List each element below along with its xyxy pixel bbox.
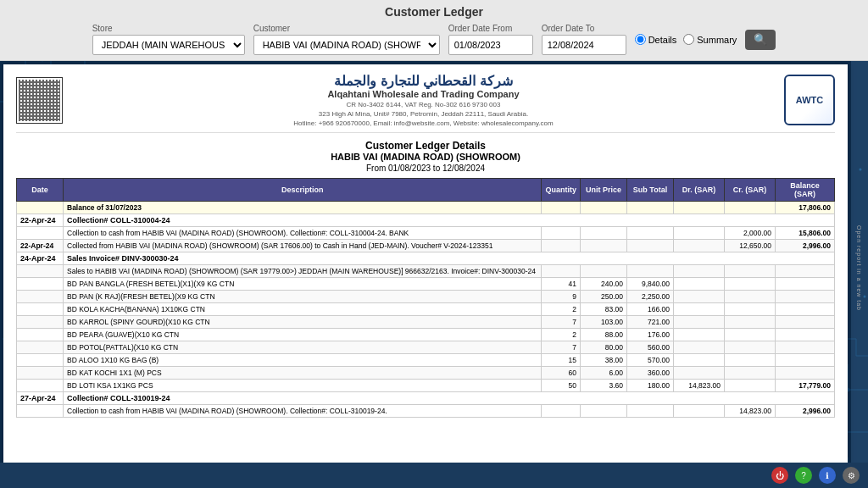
details-radio[interactable] [635, 34, 646, 45]
customer-select[interactable]: HABIB VAI (MADINA ROAD) (SHOWROOM) [253, 35, 440, 55]
info-icon[interactable]: ℹ [819, 467, 836, 484]
col-bal: Balance (SAR) [776, 179, 835, 202]
row-desc: Collection# COLL-310004-24 [64, 214, 835, 227]
table-row: BD PAN BANGLA (FRESH BETEL)(X1)(X9 KG CT… [17, 278, 835, 291]
order-date-to-input[interactable] [542, 35, 626, 55]
order-date-from-label: Order Date From [448, 24, 533, 33]
company-address: 323 High Al Mina, Unit# 7980, Petromin, … [71, 110, 776, 118]
document-area[interactable]: شركة القحطاني للتجارة والجملة Alqahtani … [3, 64, 848, 471]
report-customer: HABIB VAI (MADINA ROAD) (SHOWROOM) [16, 152, 835, 162]
company-header: شركة القحطاني للتجارة والجملة Alqahtani … [16, 73, 835, 133]
report-title-section: Customer Ledger Details HABIB VAI (MADIN… [16, 140, 835, 173]
order-date-to-label: Order Date To [542, 24, 626, 33]
table-section-header: 24-Apr-24 Sales Invoice# DINV-300030-24 [17, 252, 835, 265]
table-row: BD KARROL (SPINY GOURD)(X10 KG CTN 7 103… [17, 316, 835, 329]
report-title: Customer Ledger Details [16, 140, 835, 152]
company-name-english: Alqahtani Wholesale and Trading Company [71, 89, 776, 99]
row-desc: Collection# COLL-310019-24 [64, 392, 835, 405]
table-section-header: 27-Apr-24 Collection# COLL-310019-24 [17, 392, 835, 405]
company-logo: AWTC [784, 75, 835, 125]
company-cr-vat: CR No-3402 6144, VAT Reg. No-302 616 973… [71, 101, 776, 108]
table-row: BD POTOL(PATTAL)(X10 KG CTN 7 80.00 560.… [17, 341, 835, 354]
logo-text: AWTC [796, 95, 823, 105]
store-filter-group: Store JEDDAH (MAIN WAREHOUSE) [92, 24, 245, 55]
top-bar: Customer Ledger Store JEDDAH (MAIN WAREH… [0, 0, 868, 61]
details-radio-label[interactable]: Details [635, 34, 677, 45]
col-cr: Cr. (SAR) [725, 179, 776, 202]
customer-filter-group: Customer HABIB VAI (MADINA ROAD) (SHOWRO… [253, 24, 440, 55]
table-row: Collection to cash from HABIB VAI (MADIN… [17, 405, 835, 418]
row-date: 22-Apr-24 [17, 214, 64, 227]
col-qty: Quantity [542, 179, 581, 202]
table-row: 22-Apr-24 Collected from HABIB VAI (MADI… [17, 240, 835, 252]
store-label: Store [92, 24, 245, 33]
page-title: Customer Ledger [0, 5, 868, 19]
table-row: Collection to cash from HABIB VAI (MADIN… [17, 227, 835, 240]
col-sub: Sub Total [627, 179, 674, 202]
ledger-table: Date Description Quantity Unit Price Sub… [16, 178, 835, 418]
view-mode-group: Details Summary [635, 34, 737, 45]
qr-code [16, 77, 63, 124]
help-icon[interactable]: ? [795, 467, 812, 484]
company-hotline: Hotline: +966 920670000, Email: info@web… [71, 119, 776, 127]
power-icon[interactable]: ⏻ [771, 467, 788, 484]
table-row: Balance of 31/07/2023 17,806.00 [17, 202, 835, 214]
table-row: BD KOLA KACHA(BANANA) 1X10KG CTN 2 83.00… [17, 303, 835, 316]
row-date: 27-Apr-24 [17, 392, 64, 405]
table-section-header: 22-Apr-24 Collection# COLL-310004-24 [17, 214, 835, 227]
table-row: BD PAN (K RAJ)(FRESH BETEL)(X9 KG CTN 9 … [17, 291, 835, 303]
row-desc: Sales Invoice# DINV-300030-24 [64, 252, 835, 265]
main-content: شركة القحطاني للتجارة والجملة Alqahtani … [0, 61, 868, 474]
summary-radio[interactable] [683, 34, 694, 45]
col-dr: Dr. (SAR) [674, 179, 725, 202]
order-date-from-group: Order Date From [448, 24, 533, 55]
summary-label: Summary [697, 35, 737, 45]
order-date-to-group: Order Date To [542, 24, 626, 55]
summary-radio-label[interactable]: Summary [683, 34, 737, 45]
customer-label: Customer [253, 24, 440, 33]
order-date-from-input[interactable] [448, 35, 533, 55]
table-row: Sales to HABIB VAI (MADINA ROAD) (SHOWRO… [17, 265, 835, 278]
report-date-range: From 01/08/2023 to 12/08/2024 [16, 164, 835, 173]
col-unit: Unit Price [581, 179, 627, 202]
side-panel-text: Open report in a new tab [857, 225, 863, 310]
side-panel-right: Open report in a new tab [851, 61, 868, 474]
settings-icon[interactable]: ⚙ [843, 467, 860, 484]
search-button[interactable]: 🔍 [745, 30, 776, 50]
company-info: شركة القحطاني للتجارة والجملة Alqahtani … [63, 73, 784, 127]
bottom-bar: ⏻ ? ℹ ⚙ [0, 463, 868, 488]
table-row: BD KAT KOCHI 1X1 (M) PCS 60 6.00 360.00 [17, 367, 835, 380]
col-date: Date [17, 179, 64, 202]
details-label: Details [648, 35, 677, 45]
table-row: BD ALOO 1X10 KG BAG (B) 15 38.00 570.00 [17, 354, 835, 367]
store-select[interactable]: JEDDAH (MAIN WAREHOUSE) [92, 35, 245, 55]
filter-row: Store JEDDAH (MAIN WAREHOUSE) Customer H… [0, 24, 868, 55]
table-row: BD LOTI KSA 1X1KG PCS 50 3.60 180.00 14,… [17, 380, 835, 392]
row-date: 24-Apr-24 [17, 252, 64, 265]
col-desc: Description [64, 179, 542, 202]
table-row: BD PEARA (GUAVE)(X10 KG CTN 2 88.00 176.… [17, 329, 835, 341]
company-name-arabic: شركة القحطاني للتجارة والجملة [71, 73, 776, 89]
